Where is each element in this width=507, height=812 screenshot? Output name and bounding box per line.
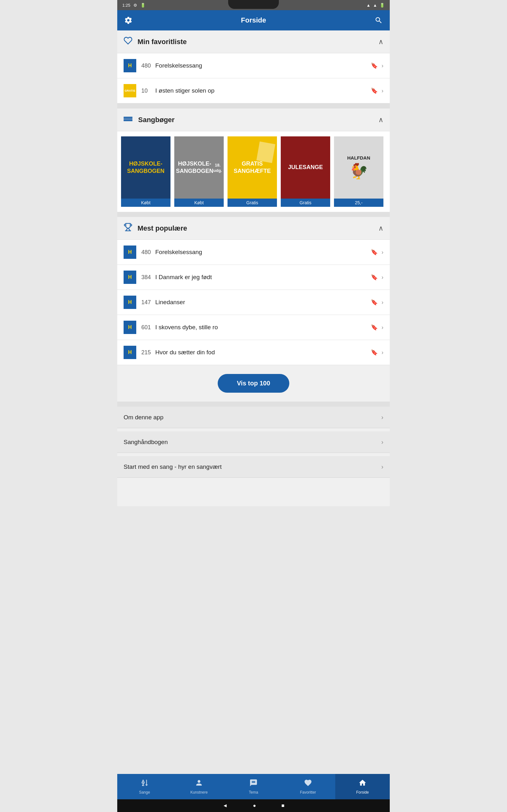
book-card-3[interactable]: GRATISSANGHÆFTE Gratis: [228, 136, 277, 207]
pop-chevron-5: ›: [382, 349, 383, 356]
favorite-item-1[interactable]: H 480 Forelskelsessang 🔖 ›: [117, 53, 390, 78]
pop-actions-2: 🔖 ›: [371, 274, 383, 281]
book-card-5[interactable]: HALFDAN 🐓 25,-: [334, 136, 383, 207]
battery-status-icon: 🔋: [380, 3, 385, 8]
item-actions-1: 🔖 ›: [371, 62, 383, 69]
pop-chevron-3: ›: [382, 299, 383, 306]
popular-item-4[interactable]: H 601 I skovens dybe, stille ro 🔖 ›: [117, 315, 390, 340]
pop-actions-3: 🔖 ›: [371, 299, 383, 306]
sangboger-title: Sangbøger: [138, 116, 175, 124]
pop-chevron-2: ›: [382, 274, 383, 281]
popular-title: Mest populære: [137, 224, 187, 233]
item-number-2: 10: [141, 88, 155, 94]
popular-item-2[interactable]: H 384 I Danmark er jeg født 🔖 ›: [117, 265, 390, 290]
pop-bookmark-5[interactable]: 🔖: [371, 349, 378, 356]
svg-rect-0: [124, 117, 132, 118]
pop-title-4: I skovens dybe, stille ro: [155, 324, 371, 331]
book-card-1[interactable]: HØJSKOLE-SANGBOGEN Købt: [121, 136, 170, 207]
gear-button[interactable]: [124, 15, 133, 25]
notch: [228, 0, 279, 9]
popular-section-header: Mest populære ∧: [117, 217, 390, 240]
pop-book-icon-4: H: [124, 321, 136, 334]
book-badge-3: Gratis: [228, 199, 277, 207]
favorites-title: Min favoritliste: [137, 38, 187, 46]
separator-3: [117, 402, 390, 407]
popular-item-3[interactable]: H 147 Linedanser 🔖 ›: [117, 290, 390, 315]
status-bar: 1:25 ⚙ 🔋 ▲ ▲ 🔋: [117, 0, 390, 10]
chevron-right-1: ›: [382, 62, 383, 69]
info-row-title-2: Sanghåndbogen: [124, 439, 168, 446]
favorites-section-header: Min favoritliste ∧: [117, 31, 390, 53]
popular-item-1[interactable]: H 480 Forelskelsessang 🔖 ›: [117, 240, 390, 265]
settings-icon: ⚙: [133, 3, 137, 8]
pop-actions-4: 🔖 ›: [371, 324, 383, 331]
trophy-icon: [124, 223, 132, 234]
pop-book-icon-5: H: [124, 346, 136, 359]
separator-1: [117, 103, 390, 108]
favorites-collapse-icon[interactable]: ∧: [378, 38, 383, 46]
pop-number-1: 480: [141, 249, 155, 256]
wifi-icon: ▲: [366, 3, 371, 8]
book-card-4[interactable]: JULESANGE Gratis: [281, 136, 330, 207]
chevron-right-2: ›: [382, 88, 383, 94]
pop-book-icon-3: H: [124, 296, 136, 309]
pop-title-2: I Danmark er jeg født: [155, 274, 371, 281]
vis-top-button[interactable]: Vis top 100: [218, 374, 289, 393]
book-cover-4: JULESANGE: [281, 136, 330, 199]
bookmark-icon-1[interactable]: 🔖: [371, 62, 378, 69]
info-row-title-3: Start med en sang - hyr en sangvært: [124, 463, 222, 470]
pop-bookmark-3[interactable]: 🔖: [371, 299, 378, 306]
pop-actions-5: 🔖 ›: [371, 349, 383, 356]
favorite-item-2[interactable]: GRATIS 10 I østen stiger solen op 🔖 ›: [117, 78, 390, 103]
sangboger-collapse-icon[interactable]: ∧: [378, 116, 383, 124]
main-content: Min favoritliste ∧ H 480 Forelskelsessan…: [117, 31, 390, 506]
info-chevron-2: ›: [381, 438, 383, 446]
info-row-3[interactable]: Start med en sang - hyr en sangvært ›: [117, 456, 390, 478]
top-nav: Forside: [117, 10, 390, 31]
info-row-1[interactable]: Om denne app ›: [117, 407, 390, 428]
gratis-overlay: [257, 142, 275, 163]
item-actions-2: 🔖 ›: [371, 87, 383, 94]
book-badge-1: Købt: [121, 199, 170, 207]
svg-rect-2: [124, 120, 132, 121]
popular-collapse-icon[interactable]: ∧: [378, 224, 383, 233]
pop-bookmark-4[interactable]: 🔖: [371, 324, 378, 331]
rooster-icon: 🐓: [349, 162, 368, 180]
pop-bookmark-2[interactable]: 🔖: [371, 274, 378, 281]
pop-title-5: Hvor du sætter din fod: [155, 349, 371, 356]
page-title: Forside: [241, 16, 266, 24]
book-badge-4: Gratis: [281, 199, 330, 207]
pop-number-4: 601: [141, 324, 155, 331]
halfdan-title: HALFDAN: [347, 155, 371, 160]
item-number-1: 480: [141, 62, 155, 69]
popular-item-5[interactable]: H 215 Hvor du sætter din fod 🔖 ›: [117, 340, 390, 365]
svg-rect-1: [124, 118, 132, 119]
book-badge-5: 25,-: [334, 199, 383, 207]
info-row-2[interactable]: Sanghåndbogen ›: [117, 432, 390, 453]
pop-chevron-1: ›: [382, 249, 383, 256]
pop-book-icon-2: H: [124, 270, 136, 284]
pop-number-5: 215: [141, 349, 155, 356]
item-title-2: I østen stiger solen op: [155, 87, 371, 94]
info-chevron-3: ›: [381, 463, 383, 470]
signal-icon: ▲: [373, 3, 377, 8]
book-cover-5: HALFDAN 🐓: [334, 136, 383, 199]
time-display: 1:25: [122, 3, 130, 8]
separator-2: [117, 212, 390, 217]
book-badge-2: Købt: [174, 199, 224, 207]
sangboger-scroll: HØJSKOLE-SANGBOGEN Købt HØJSKOLE-SANGBOG…: [117, 131, 390, 212]
info-row-title-1: Om denne app: [124, 414, 164, 421]
bookmark-icon-2[interactable]: 🔖: [371, 87, 378, 94]
books-icon: [124, 114, 133, 125]
book-cover-1: HØJSKOLE-SANGBOGEN: [121, 136, 170, 199]
pop-title-1: Forelskelsessang: [155, 249, 371, 256]
book-cover-3: GRATISSANGHÆFTE: [228, 136, 277, 199]
sangboger-section-header: Sangbøger ∧: [117, 108, 390, 131]
heart-icon: [124, 36, 132, 47]
search-button[interactable]: [374, 15, 383, 25]
pop-number-2: 384: [141, 274, 155, 281]
pop-chevron-4: ›: [382, 324, 383, 331]
pop-bookmark-1[interactable]: 🔖: [371, 249, 378, 256]
book-cover-2: HØJSKOLE-SANGBOGEN18. udg.: [174, 136, 224, 199]
book-card-2[interactable]: HØJSKOLE-SANGBOGEN18. udg. Købt: [174, 136, 224, 207]
